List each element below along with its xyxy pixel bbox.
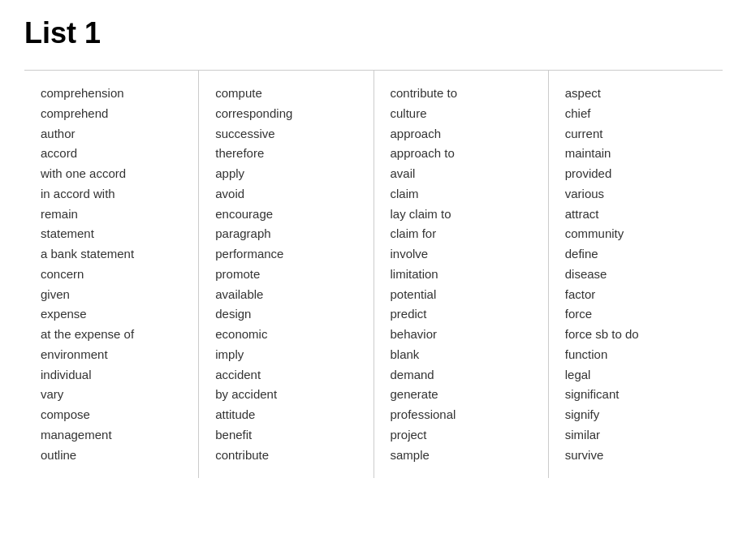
- word-item[interactable]: approach: [391, 124, 532, 144]
- word-item[interactable]: apply: [215, 164, 356, 184]
- word-item[interactable]: author: [41, 124, 182, 144]
- word-item[interactable]: accident: [215, 365, 356, 386]
- word-item[interactable]: performance: [215, 244, 356, 265]
- word-item[interactable]: maintain: [565, 144, 706, 164]
- word-item[interactable]: compose: [41, 405, 182, 425]
- word-item[interactable]: avoid: [215, 184, 356, 205]
- word-item[interactable]: promote: [215, 265, 356, 285]
- word-item[interactable]: similar: [565, 425, 706, 446]
- word-item[interactable]: individual: [41, 365, 182, 386]
- word-item[interactable]: disease: [565, 265, 706, 285]
- word-item[interactable]: force sb to do: [565, 325, 706, 345]
- word-item[interactable]: imply: [215, 345, 356, 365]
- word-item[interactable]: community: [565, 224, 706, 244]
- word-column-1: comprehensioncomprehendauthoraccordwith …: [24, 71, 199, 478]
- word-item[interactable]: legal: [565, 365, 706, 386]
- word-item[interactable]: attitude: [215, 405, 356, 425]
- word-column-3: contribute tocultureapproachapproach toa…: [374, 71, 549, 478]
- word-item[interactable]: therefore: [215, 144, 356, 164]
- word-item[interactable]: lay claim to: [391, 205, 532, 225]
- word-item[interactable]: contribute to: [391, 84, 532, 104]
- word-item[interactable]: successive: [215, 124, 356, 144]
- word-item[interactable]: sample: [391, 446, 532, 466]
- word-item[interactable]: accord: [41, 144, 182, 164]
- word-item[interactable]: demand: [391, 365, 532, 386]
- word-item[interactable]: chief: [565, 104, 706, 124]
- word-item[interactable]: remain: [41, 205, 182, 225]
- word-item[interactable]: involve: [391, 244, 532, 265]
- word-item[interactable]: behavior: [391, 325, 532, 345]
- word-item[interactable]: blank: [391, 345, 532, 365]
- word-item[interactable]: statement: [41, 224, 182, 244]
- word-item[interactable]: force: [565, 304, 706, 325]
- word-item[interactable]: generate: [391, 385, 532, 405]
- word-item[interactable]: economic: [215, 325, 356, 345]
- word-item[interactable]: expense: [41, 304, 182, 325]
- word-item[interactable]: current: [565, 124, 706, 144]
- word-item[interactable]: approach to: [391, 144, 532, 164]
- word-item[interactable]: attract: [565, 205, 706, 225]
- word-item[interactable]: contribute: [215, 446, 356, 466]
- word-item[interactable]: environment: [41, 345, 182, 365]
- word-item[interactable]: avail: [391, 164, 532, 184]
- word-item[interactable]: claim: [391, 184, 532, 205]
- word-item[interactable]: compute: [215, 84, 356, 104]
- word-item[interactable]: in accord with: [41, 184, 182, 205]
- word-item[interactable]: factor: [565, 285, 706, 305]
- word-item[interactable]: provided: [565, 164, 706, 184]
- word-item[interactable]: available: [215, 285, 356, 305]
- columns-container: comprehensioncomprehendauthoraccordwith …: [24, 70, 723, 478]
- word-item[interactable]: vary: [41, 385, 182, 405]
- word-column-2: computecorrespondingsuccessivethereforea…: [199, 71, 374, 478]
- word-item[interactable]: outline: [41, 446, 182, 466]
- word-item[interactable]: benefit: [215, 425, 356, 446]
- word-item[interactable]: function: [565, 345, 706, 365]
- word-item[interactable]: define: [565, 244, 706, 265]
- word-item[interactable]: paragraph: [215, 224, 356, 244]
- word-item[interactable]: culture: [391, 104, 532, 124]
- word-item[interactable]: corresponding: [215, 104, 356, 124]
- word-item[interactable]: limitation: [391, 265, 532, 285]
- word-item[interactable]: project: [391, 425, 532, 446]
- word-item[interactable]: comprehension: [41, 84, 182, 104]
- word-item[interactable]: a bank statement: [41, 244, 182, 265]
- word-item[interactable]: encourage: [215, 205, 356, 225]
- page-title: List 1: [24, 16, 723, 50]
- word-item[interactable]: claim for: [391, 224, 532, 244]
- word-item[interactable]: at the expense of: [41, 325, 182, 345]
- word-item[interactable]: management: [41, 425, 182, 446]
- word-item[interactable]: concern: [41, 265, 182, 285]
- word-item[interactable]: professional: [391, 405, 532, 425]
- word-item[interactable]: potential: [391, 285, 532, 305]
- word-item[interactable]: signify: [565, 405, 706, 425]
- word-item[interactable]: predict: [391, 304, 532, 325]
- word-item[interactable]: with one accord: [41, 164, 182, 184]
- word-item[interactable]: given: [41, 285, 182, 305]
- word-item[interactable]: various: [565, 184, 706, 205]
- word-item[interactable]: design: [215, 304, 356, 325]
- word-item[interactable]: comprehend: [41, 104, 182, 124]
- word-item[interactable]: by accident: [215, 385, 356, 405]
- word-item[interactable]: survive: [565, 446, 706, 466]
- word-item[interactable]: aspect: [565, 84, 706, 104]
- word-item[interactable]: significant: [565, 385, 706, 405]
- word-column-4: aspectchiefcurrentmaintainprovidedvariou…: [549, 71, 723, 478]
